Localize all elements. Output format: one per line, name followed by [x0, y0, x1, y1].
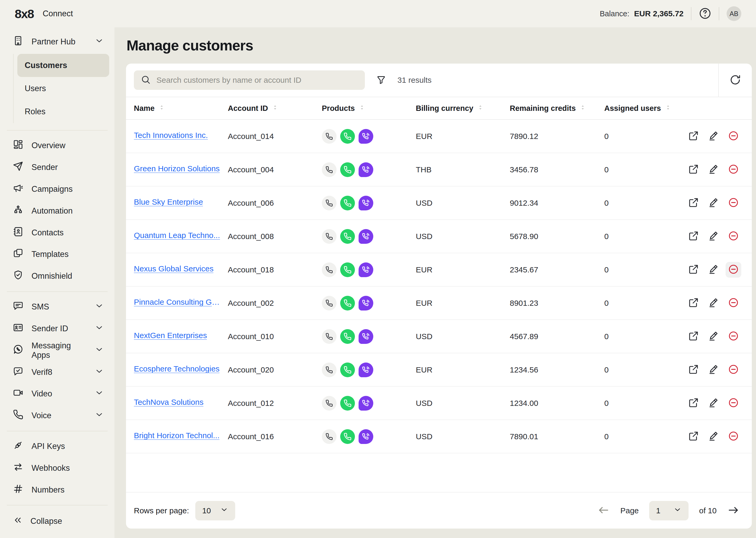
deactivate-customer-button[interactable] [726, 295, 741, 311]
edit-customer-button[interactable] [706, 262, 721, 278]
assigned-users-cell: 0 [604, 299, 685, 308]
edit-customer-button[interactable] [706, 129, 721, 144]
sidebar-item-roles[interactable]: Roles [17, 100, 109, 123]
column-header-assigned-users[interactable]: Assigned users [604, 104, 685, 113]
sidebar-item-automation[interactable]: Automation [0, 200, 115, 222]
open-customer-button[interactable] [685, 129, 701, 144]
customer-name-link[interactable]: Ecosphere Technologies [134, 364, 219, 373]
open-customer-button[interactable] [685, 229, 701, 244]
sidebar-item-label: SMS [31, 302, 49, 311]
deactivate-customer-button[interactable] [726, 129, 741, 144]
deactivate-customer-button[interactable] [726, 195, 741, 211]
column-header-name[interactable]: Name [134, 104, 228, 113]
sidebar-item-templates[interactable]: Templates [0, 243, 115, 265]
customer-name-link[interactable]: Blue Sky Enterprise [134, 197, 203, 206]
sidebar-item-sender[interactable]: Sender [0, 157, 115, 178]
sidebar-item-label: Voice [31, 411, 51, 420]
sidebar-item-api-keys[interactable]: API Keys [0, 436, 115, 457]
previous-page-button[interactable] [597, 504, 610, 517]
sidebar-item-label: Video [31, 389, 52, 399]
page-title: Manage customers [126, 37, 752, 54]
search-input[interactable] [157, 76, 358, 84]
voice-product-icon [322, 362, 337, 377]
customer-name-link[interactable]: NextGen Enterprises [134, 331, 207, 340]
chevron-down-icon [95, 323, 104, 334]
account-id-cell: Account_010 [228, 332, 322, 341]
filter-button[interactable] [376, 75, 386, 86]
deactivate-customer-button[interactable] [726, 329, 741, 345]
edit-customer-button[interactable] [706, 429, 721, 445]
edit-customer-button[interactable] [706, 329, 721, 345]
sidebar-divider [7, 130, 108, 131]
avatar[interactable]: AB [727, 6, 741, 21]
sidebar-item-omnishield[interactable]: Omnishield [0, 265, 115, 287]
sidebar-divider [7, 505, 108, 506]
address-book-icon [13, 226, 24, 239]
sidebar-item-webhooks[interactable]: Webhooks [0, 457, 115, 479]
customer-name-link[interactable]: TechNova Solutions [134, 398, 204, 407]
sidebar-item-verif8[interactable]: Verif8 [0, 361, 115, 383]
help-button[interactable] [699, 7, 711, 21]
deactivate-customer-button[interactable] [726, 362, 741, 378]
deactivate-customer-button[interactable] [726, 429, 741, 445]
viber-product-icon [358, 396, 373, 410]
deactivate-customer-button[interactable] [726, 229, 741, 244]
customer-name-link[interactable]: Nexus Global Services [134, 264, 213, 273]
edit-customer-button[interactable] [706, 162, 721, 178]
edit-customer-button[interactable] [706, 229, 721, 244]
column-header-label: Name [134, 104, 155, 113]
sidebar-item-campaigns[interactable]: Campaigns [0, 178, 115, 200]
edit-customer-button[interactable] [706, 295, 721, 311]
open-customer-button[interactable] [685, 162, 701, 178]
open-customer-button[interactable] [685, 195, 701, 211]
sidebar-item-overview[interactable]: Overview [0, 135, 115, 157]
customer-name-link[interactable]: Quantum Leap Techno... [134, 231, 220, 240]
sidebar-item-video[interactable]: Video [0, 383, 115, 405]
sidebar-item-label: Partner Hub [31, 37, 75, 46]
customer-name-link[interactable]: Bright Horizon Technol... [134, 431, 219, 440]
sidebar-item-messaging-apps[interactable]: Messaging Apps [0, 340, 115, 361]
sidebar-item-sms[interactable]: SMS [0, 296, 115, 318]
column-header-products[interactable]: Products [322, 104, 416, 113]
sidebar-item-contacts[interactable]: Contacts [0, 222, 115, 243]
customer-name-link[interactable]: Green Horizon Solutions [134, 164, 220, 173]
voice-product-icon [322, 229, 337, 244]
edit-customer-button[interactable] [706, 395, 721, 411]
customer-name-link[interactable]: Pinnacle Consulting Gr... [134, 297, 220, 306]
table-row: NextGen Enterprises Account_010 USD 4567… [126, 320, 752, 353]
refresh-button[interactable] [729, 74, 741, 87]
column-header-account-id[interactable]: Account ID [228, 104, 322, 113]
sidebar-item-numbers[interactable]: Numbers [0, 479, 115, 501]
open-customer-button[interactable] [685, 295, 701, 311]
sidebar-divider [7, 431, 108, 431]
deactivate-customer-button[interactable] [726, 262, 741, 278]
column-header-billing-currency[interactable]: Billing currency [416, 104, 510, 113]
sidebar-item-label: API Keys [31, 442, 65, 451]
edit-pencil-icon [708, 397, 719, 409]
open-customer-button[interactable] [685, 429, 701, 445]
sort-icon [272, 104, 278, 113]
edit-customer-button[interactable] [706, 195, 721, 211]
next-page-button[interactable] [727, 504, 740, 517]
deactivate-customer-button[interactable] [726, 395, 741, 411]
rows-per-page-select[interactable]: 10 [195, 501, 235, 520]
products-cell [322, 329, 416, 344]
customer-name-link[interactable]: Tech Innovations Inc. [134, 131, 208, 140]
open-customer-button[interactable] [685, 329, 701, 345]
open-customer-button[interactable] [685, 262, 701, 278]
sidebar-item-customers[interactable]: Customers [17, 54, 109, 77]
sidebar-item-voice[interactable]: Voice [0, 405, 115, 427]
sidebar-item-partner-hub[interactable]: Partner Hub [0, 31, 115, 53]
sidebar-item-users[interactable]: Users [17, 77, 109, 100]
sidebar-item-sender-id[interactable]: Sender ID [0, 318, 115, 340]
open-customer-button[interactable] [685, 362, 701, 378]
column-header-remaining-credits[interactable]: Remaining credits [510, 104, 604, 113]
collapse-sidebar-button[interactable]: Collapse [0, 510, 115, 533]
id-card-icon [13, 322, 24, 335]
edit-customer-button[interactable] [706, 362, 721, 378]
open-customer-button[interactable] [685, 395, 701, 411]
sidebar-item-label: Sender ID [31, 324, 68, 333]
page-select[interactable]: 1 [649, 501, 688, 520]
deactivate-customer-button[interactable] [726, 162, 741, 178]
chevron-down-icon [220, 506, 228, 516]
